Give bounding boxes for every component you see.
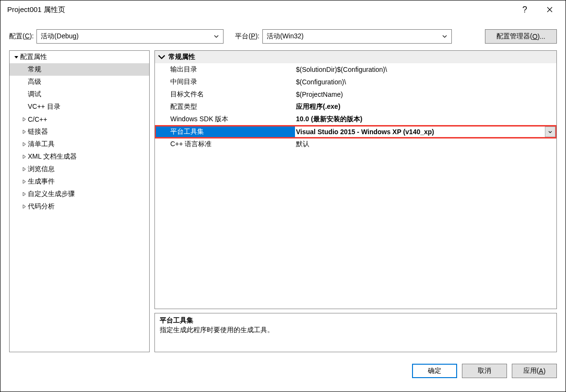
tree-item[interactable]: VC++ 目录: [10, 101, 149, 113]
property-value: Visual Studio 2015 - Windows XP (v140_xp…: [295, 128, 556, 136]
property-name: 输出目录: [155, 65, 295, 74]
section-header[interactable]: 常规属性: [155, 51, 556, 63]
config-value: 活动(Debug): [41, 32, 212, 41]
property-row[interactable]: 输出目录$(SolutionDir)$(Configuration)\: [155, 63, 556, 76]
expand-down-icon: [12, 53, 20, 61]
chevron-down-icon: [440, 35, 449, 38]
tree-item[interactable]: 常规: [10, 63, 149, 76]
expand-right-icon: [20, 153, 28, 161]
window-title: Project001 属性页: [7, 5, 514, 14]
property-row[interactable]: 中间目录$(Configuration)\: [155, 76, 556, 88]
tree-item[interactable]: 链接器: [10, 126, 149, 138]
platform-dropdown[interactable]: 活动(Win32): [262, 29, 452, 44]
expand-right-icon: [20, 190, 28, 198]
expand-right-icon: [20, 178, 28, 185]
dropdown-button[interactable]: [545, 127, 555, 137]
property-name: 中间目录: [155, 78, 295, 86]
help-button[interactable]: ?: [514, 2, 536, 17]
config-manager-button[interactable]: 配置管理器(O)...: [485, 29, 557, 44]
footer: 确定 取消 应用(A): [0, 357, 566, 385]
description-title: 平台工具集: [160, 316, 552, 325]
property-grid: 常规属性输出目录$(SolutionDir)$(Configuration)\中…: [154, 50, 557, 309]
tree-item[interactable]: 清单工具: [10, 138, 149, 150]
tree-item-label: 链接器: [28, 127, 48, 136]
property-name: 平台工具集: [155, 126, 295, 138]
expand-right-icon: [20, 115, 28, 123]
close-icon: [547, 7, 553, 12]
tree-item-label: 常规: [28, 65, 41, 74]
tree-item-label: 高级: [28, 78, 41, 86]
chevron-down-icon: [212, 35, 221, 38]
tree-root-label: 配置属性: [20, 53, 47, 61]
tree-item[interactable]: 调试: [10, 88, 149, 101]
expand-right-icon: [20, 203, 28, 210]
tree-item[interactable]: 浏览信息: [10, 163, 149, 175]
expand-right-icon: [20, 165, 28, 173]
tree-item-label: 自定义生成步骤: [28, 190, 75, 198]
tree-item-label: 调试: [28, 90, 41, 99]
tree-item[interactable]: 生成事件: [10, 175, 149, 188]
tree-item-label: 浏览信息: [28, 165, 55, 173]
right-panel: 常规属性输出目录$(SolutionDir)$(Configuration)\中…: [154, 50, 557, 352]
apply-button[interactable]: 应用(A): [512, 364, 557, 378]
property-value: 默认: [295, 140, 556, 149]
property-row[interactable]: 目标文件名$(ProjectName): [155, 88, 556, 101]
property-value: 10.0 (最新安装的版本): [295, 115, 556, 124]
config-label: 配置(C):: [9, 32, 34, 41]
main-area: 配置属性常规高级调试VC++ 目录C/C++链接器清单工具XML 文档生成器浏览…: [0, 48, 566, 357]
expand-right-icon: [20, 140, 28, 148]
tree-root[interactable]: 配置属性: [10, 51, 149, 63]
tree-item-label: XML 文档生成器: [28, 152, 77, 161]
property-value: $(SolutionDir)$(Configuration)\: [295, 66, 556, 73]
property-name: 目标文件名: [155, 90, 295, 99]
property-row[interactable]: 平台工具集Visual Studio 2015 - Windows XP (v1…: [155, 126, 556, 138]
tree-item[interactable]: 自定义生成步骤: [10, 188, 149, 200]
ok-button[interactable]: 确定: [412, 364, 457, 378]
config-dropdown[interactable]: 活动(Debug): [36, 29, 224, 44]
description-body: 指定生成此程序时要使用的生成工具。: [160, 326, 552, 334]
property-name: Windows SDK 版本: [155, 115, 295, 124]
tree-item[interactable]: 高级: [10, 76, 149, 88]
tree-item[interactable]: C/C++: [10, 113, 149, 126]
property-row[interactable]: C++ 语言标准默认: [155, 138, 556, 150]
platform-value: 活动(Win32): [267, 32, 440, 41]
property-row[interactable]: 配置类型应用程序(.exe): [155, 101, 556, 113]
titlebar: Project001 属性页 ?: [0, 0, 566, 19]
close-button[interactable]: [539, 2, 561, 17]
platform-label: 平台(P):: [235, 32, 259, 41]
tree-panel: 配置属性常规高级调试VC++ 目录C/C++链接器清单工具XML 文档生成器浏览…: [9, 50, 150, 352]
tree-item-label: 代码分析: [28, 202, 55, 211]
tree-item-label: C/C++: [28, 115, 47, 123]
property-name: 配置类型: [155, 103, 295, 111]
property-name: C++ 语言标准: [155, 140, 295, 149]
collapse-icon: [158, 53, 165, 61]
section-title: 常规属性: [168, 53, 195, 61]
expand-right-icon: [20, 128, 28, 136]
description-panel: 平台工具集 指定生成此程序时要使用的生成工具。: [154, 313, 557, 352]
tree-item-label: 生成事件: [28, 177, 55, 186]
tree-item-label: VC++ 目录: [28, 103, 60, 111]
cancel-button[interactable]: 取消: [462, 364, 507, 378]
tree-item[interactable]: 代码分析: [10, 200, 149, 213]
property-row[interactable]: Windows SDK 版本10.0 (最新安装的版本): [155, 113, 556, 126]
tree-item-label: 清单工具: [28, 140, 55, 149]
property-value: $(ProjectName): [295, 91, 556, 98]
property-value: $(Configuration)\: [295, 78, 556, 86]
property-value: 应用程序(.exe): [295, 103, 556, 111]
tree-item[interactable]: XML 文档生成器: [10, 150, 149, 163]
config-row: 配置(C): 活动(Debug) 平台(P): 活动(Win32) 配置管理器(…: [0, 19, 566, 48]
